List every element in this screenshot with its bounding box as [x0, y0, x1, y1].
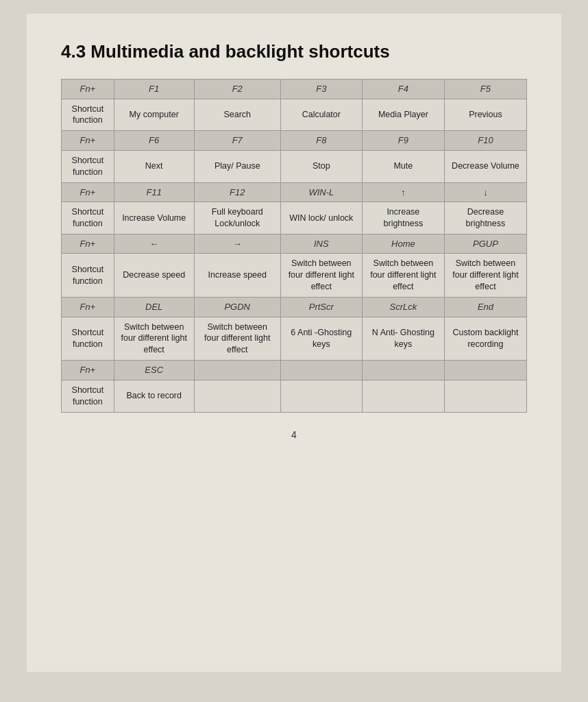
header-row: Fn+←→INSHomePGUP — [62, 234, 527, 254]
table-cell: PGDN — [194, 298, 280, 317]
header-row: Fn+F11F12WIN-L↑↓ — [62, 182, 527, 202]
table-cell: F2 — [194, 80, 280, 99]
header-row: Fn+ESC — [62, 361, 527, 380]
table-cell: Shortcut function — [62, 150, 114, 182]
table-cell: Shortcut function — [62, 254, 114, 298]
table-cell: 6 Anti -Ghosting keys — [280, 317, 362, 361]
table-cell: ScrLck — [362, 298, 444, 317]
table-cell: Decrease speed — [114, 254, 194, 298]
table-cell: PGUP — [444, 234, 526, 254]
table-cell: Home — [362, 234, 444, 254]
function-row: Shortcut functionDecrease speedIncrease … — [62, 254, 527, 298]
table-cell: ↓ — [444, 182, 526, 202]
table-cell: F1 — [114, 80, 194, 99]
table-cell: F5 — [444, 80, 526, 99]
function-row: Shortcut functionIncrease VolumeFull key… — [62, 202, 527, 234]
table-cell — [362, 380, 444, 412]
table-cell: F4 — [362, 80, 444, 99]
table-cell: Next — [114, 150, 194, 182]
table-cell — [362, 361, 444, 380]
table-cell: ↑ — [362, 182, 444, 202]
table-cell: Mute — [362, 150, 444, 182]
table-cell: Full keyboard Lock/unlock — [194, 202, 280, 234]
table-cell: Shortcut function — [62, 317, 114, 361]
function-row: Shortcut functionMy computerSearchCalcul… — [62, 99, 527, 131]
table-cell: F12 — [194, 182, 280, 202]
header-row: Fn+F6F7F8F9F10 — [62, 131, 527, 151]
table-cell: Increase Volume — [114, 202, 194, 234]
table-cell: Switch between four different light effe… — [362, 254, 444, 298]
table-cell: ← — [114, 234, 194, 254]
table-cell: F8 — [280, 131, 362, 151]
table-cell: Switch between four different light effe… — [114, 317, 194, 361]
table-cell — [194, 361, 280, 380]
table-cell: Calculator — [280, 99, 362, 131]
table-cell: Increase speed — [194, 254, 280, 298]
header-row: Fn+DELPGDNPrtScrScrLckEnd — [62, 298, 527, 317]
function-row: Shortcut functionNextPlay/ PauseStopMute… — [62, 150, 527, 182]
function-row: Shortcut functionBack to record — [62, 380, 527, 412]
header-row: Fn+F1F2F3F4F5 — [62, 80, 527, 99]
table-cell: Custom backlight recording — [444, 317, 526, 361]
table-cell: Stop — [280, 150, 362, 182]
table-cell: Play/ Pause — [194, 150, 280, 182]
table-cell: Back to record — [114, 380, 194, 412]
table-cell: INS — [280, 234, 362, 254]
table-cell: Decrease brightness — [444, 202, 526, 234]
table-cell: Search — [194, 99, 280, 131]
table-cell: N Anti- Ghosting keys — [362, 317, 444, 361]
table-cell: F6 — [114, 131, 194, 151]
table-cell: Fn+ — [62, 131, 114, 151]
table-cell: Switch between four different light effe… — [280, 254, 362, 298]
table-cell: WIN-L — [280, 182, 362, 202]
table-cell — [280, 361, 362, 380]
table-cell — [194, 380, 280, 412]
shortcuts-table: Fn+F1F2F3F4F5Shortcut functionMy compute… — [61, 79, 527, 413]
table-cell — [444, 361, 526, 380]
table-cell: F11 — [114, 182, 194, 202]
table-cell: F7 — [194, 131, 280, 151]
table-cell: Decrease Volume — [444, 150, 526, 182]
table-cell: Fn+ — [62, 361, 114, 380]
table-cell: F10 — [444, 131, 526, 151]
table-cell: Switch between four different light effe… — [444, 254, 526, 298]
table-cell: Fn+ — [62, 234, 114, 254]
page-title: 4.3 Multimedia and backlight shortcuts — [61, 41, 527, 62]
table-cell: My computer — [114, 99, 194, 131]
table-cell: Shortcut function — [62, 202, 114, 234]
table-cell: F9 — [362, 131, 444, 151]
table-cell: WIN lock/ unlock — [280, 202, 362, 234]
table-cell: Fn+ — [62, 298, 114, 317]
table-cell: F3 — [280, 80, 362, 99]
page-number: 4 — [61, 429, 527, 440]
page: 4.3 Multimedia and backlight shortcuts F… — [27, 14, 561, 672]
table-cell: Switch between four different light effe… — [194, 317, 280, 361]
table-cell: DEL — [114, 298, 194, 317]
table-cell: Media Player — [362, 99, 444, 131]
function-row: Shortcut functionSwitch between four dif… — [62, 317, 527, 361]
table-cell: Fn+ — [62, 182, 114, 202]
table-cell: Increase brightness — [362, 202, 444, 234]
table-cell: Shortcut function — [62, 380, 114, 412]
table-cell: End — [444, 298, 526, 317]
table-cell — [280, 380, 362, 412]
table-cell: Shortcut function — [62, 99, 114, 131]
table-cell: → — [194, 234, 280, 254]
table-cell: Previous — [444, 99, 526, 131]
table-cell — [444, 380, 526, 412]
table-cell: ESC — [114, 361, 194, 380]
table-cell: PrtScr — [280, 298, 362, 317]
table-cell: Fn+ — [62, 80, 114, 99]
